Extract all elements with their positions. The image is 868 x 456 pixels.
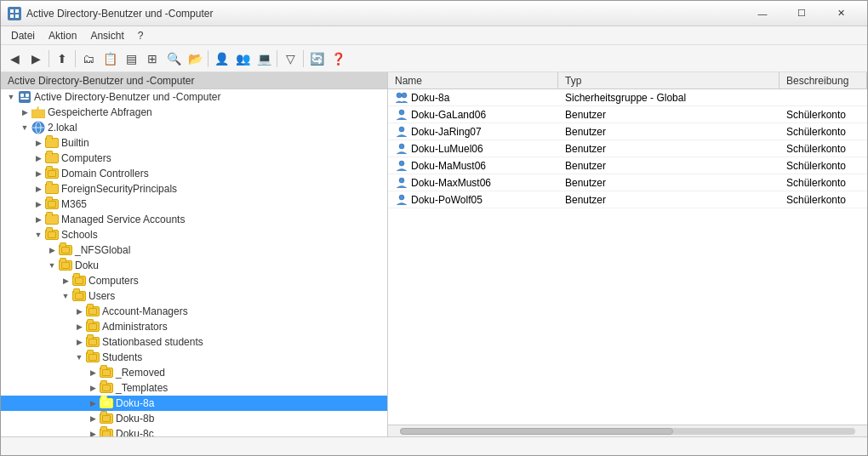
close-button[interactable]: ✕: [821, 1, 860, 26]
tree-builtin[interactable]: ▶ Builtin: [1, 135, 387, 151]
saved-queries-label: Gespeicherte Abfragen: [48, 106, 152, 118]
list-item[interactable]: Doku-MaMust06 Benutzer Schülerkonto: [388, 157, 867, 174]
forward-button[interactable]: ▶: [26, 48, 46, 69]
tree-administrators[interactable]: ▶ Administrators: [1, 319, 387, 334]
doku-computers-label: Computers: [89, 275, 139, 287]
toolbar-sep-3: [208, 50, 208, 67]
tree-schools[interactable]: ▼ Schools: [1, 227, 387, 242]
list-item[interactable]: Doku-JaRing07 Benutzer Schülerkonto: [388, 123, 867, 140]
list-item[interactable]: Doku-MaxMust06 Benutzer Schülerkonto: [388, 174, 867, 191]
tree-computers[interactable]: ▶ Computers: [1, 151, 387, 166]
show-hide-tree[interactable]: 🗂: [78, 48, 99, 69]
list-cell-type: Sicherheitsgruppe - Global: [558, 89, 779, 106]
col-header-description[interactable]: Beschreibung: [779, 72, 867, 89]
menu-bar: Datei Aktion Ansicht ?: [1, 26, 867, 45]
doku8a-folder-icon: [100, 396, 113, 410]
administrators-label: Administrators: [102, 321, 168, 333]
list-item[interactable]: Doku-8a Sicherheitsgruppe - Global: [388, 89, 867, 106]
tree-doku-8b[interactable]: ▶ Doku-8b: [1, 411, 387, 426]
list-item[interactable]: Doku-GaLand06 Benutzer Schülerkonto: [388, 106, 867, 123]
toolbar-btn-5[interactable]: 🔍: [163, 48, 184, 69]
toolbar-btn-3[interactable]: ▤: [121, 48, 141, 69]
tree-expand-am[interactable]: ▶: [72, 304, 86, 319]
tree-expand-saved[interactable]: ▶: [18, 105, 31, 120]
tree-expand-removed[interactable]: ▶: [86, 365, 100, 380]
tree-students[interactable]: ▼ Students: [1, 350, 387, 365]
domain-label: 2.lokal: [48, 122, 77, 134]
tree-foreign-security[interactable]: ▶ ForeignSecurityPrincipals: [1, 181, 387, 197]
list-container[interactable]: Doku-8a Sicherheitsgruppe - Global Doku-…: [388, 89, 867, 425]
builtin-label: Builtin: [61, 137, 89, 149]
list-item-name: Doku-LuMuel06: [411, 143, 483, 155]
tree-expand-nfsglobal[interactable]: ▶: [45, 242, 59, 258]
tree-expand-students[interactable]: ▼: [72, 350, 86, 365]
tree-expand-msa[interactable]: ▶: [31, 212, 45, 227]
tree-expand-doku[interactable]: ▼: [45, 258, 59, 273]
new-group-button[interactable]: 👥: [232, 48, 253, 69]
svg-rect-5: [20, 94, 24, 97]
tree-doku-8c[interactable]: ▶ Doku-8c: [1, 426, 387, 436]
toolbar-btn-6[interactable]: 📂: [185, 48, 205, 69]
tree-templates[interactable]: ▶ _Templates: [1, 380, 387, 396]
tree-removed[interactable]: ▶ _Removed: [1, 365, 387, 380]
tree-expand-schools[interactable]: ▼: [31, 227, 45, 242]
tree-doku[interactable]: ▼ Doku: [1, 258, 387, 273]
tree-expand-admins[interactable]: ▶: [72, 319, 86, 334]
tree-domain-controllers[interactable]: ▶ Domain Controllers: [1, 166, 387, 181]
list-item[interactable]: Doku-PoWolf05 Benutzer Schülerkonto: [388, 191, 867, 208]
tree-expand-root[interactable]: ▼: [4, 89, 18, 105]
tree-account-managers[interactable]: ▶ Account-Managers: [1, 304, 387, 319]
tree-expand-doku8c[interactable]: ▶: [86, 426, 100, 436]
main-area: Active Directory-Benutzer und -Computer …: [1, 72, 867, 436]
refresh-button[interactable]: 🔄: [306, 48, 327, 69]
up-button[interactable]: ⬆: [52, 48, 72, 69]
tree-users[interactable]: ▼ Users: [1, 288, 387, 304]
new-user-button[interactable]: 👤: [211, 48, 231, 69]
tree-expand-doku-computers[interactable]: ▶: [59, 273, 72, 288]
toolbar-btn-4[interactable]: ⊞: [142, 48, 163, 69]
tree-expand-m365[interactable]: ▶: [31, 197, 45, 212]
tree-expand-domain[interactable]: ▼: [18, 120, 31, 135]
tree-doku-8a[interactable]: ▶ Doku-8a: [1, 396, 387, 411]
tree-container[interactable]: ▼ Active Directory-Benutzer und -Compute…: [1, 89, 387, 436]
tree-expand-doku8b[interactable]: ▶: [86, 411, 100, 426]
tree-expand-station[interactable]: ▶: [72, 334, 86, 350]
tree-managed-service[interactable]: ▶ Managed Service Accounts: [1, 212, 387, 227]
tree-expand-templates[interactable]: ▶: [86, 380, 100, 396]
col-header-type[interactable]: Typ: [558, 72, 779, 89]
tree-stationbased[interactable]: ▶ Stationbased students: [1, 334, 387, 350]
tree-expand-doku8a[interactable]: ▶: [86, 396, 100, 411]
toolbar-sep-2: [75, 50, 76, 67]
tree-nfsglobal[interactable]: ▶ _NFSGlobal: [1, 242, 387, 258]
tree-doku-computers[interactable]: ▶ Computers: [1, 273, 387, 288]
tree-m365[interactable]: ▶ M365: [1, 197, 387, 212]
list-item[interactable]: Doku-LuMuel06 Benutzer Schülerkonto: [388, 140, 867, 157]
help-toolbar-button[interactable]: ❓: [328, 48, 348, 69]
menu-datei[interactable]: Datei: [4, 28, 42, 43]
templates-folder-icon: [100, 381, 113, 395]
list-cell-type: Benutzer: [558, 157, 779, 174]
horizontal-scrollbar[interactable]: [388, 425, 867, 436]
menu-aktion[interactable]: Aktion: [42, 28, 83, 43]
tree-expand-computers[interactable]: ▶: [31, 151, 45, 166]
toolbar-btn-2[interactable]: 📋: [100, 48, 120, 69]
svg-rect-3: [15, 14, 19, 18]
back-button[interactable]: ◀: [4, 48, 25, 69]
tree-expand-users[interactable]: ▼: [59, 288, 72, 304]
menu-ansicht[interactable]: Ansicht: [83, 28, 130, 43]
tree-domain[interactable]: ▼ 2.lokal: [1, 120, 387, 135]
new-computer-button[interactable]: 💻: [254, 48, 274, 69]
filter-button[interactable]: ▽: [280, 48, 300, 69]
tree-expand-dc[interactable]: ▶: [31, 166, 45, 181]
tree-saved-queries[interactable]: ▶ Gespeicherte Abfragen: [1, 105, 387, 120]
minimize-button[interactable]: —: [743, 1, 782, 26]
maximize-button[interactable]: ☐: [782, 1, 821, 26]
svg-rect-1: [15, 9, 19, 13]
doku-computers-folder-icon: [72, 274, 86, 288]
doku-8b-label: Doku-8b: [116, 413, 154, 425]
tree-expand-fsp[interactable]: ▶: [31, 181, 45, 197]
menu-help[interactable]: ?: [131, 28, 151, 43]
tree-expand-builtin[interactable]: ▶: [31, 135, 45, 151]
col-header-name[interactable]: Name: [388, 72, 558, 89]
tree-root[interactable]: ▼ Active Directory-Benutzer und -Compute…: [1, 89, 387, 105]
